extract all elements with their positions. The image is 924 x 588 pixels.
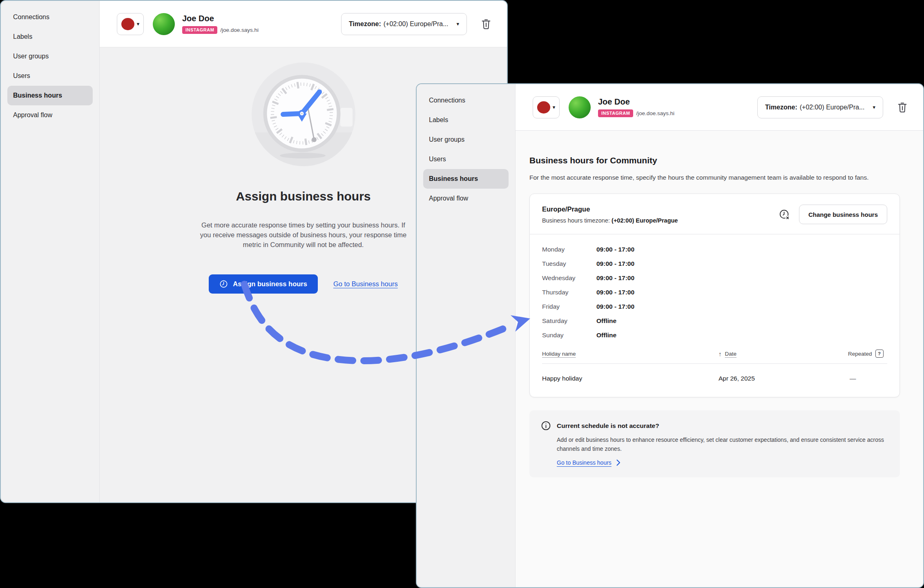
profile-topbar: ▾ Joe Doe INSTAGRAM /joe.doe.says.hi Tim… [516,84,923,131]
schedule-info-box: Current schedule is not accurate? Add or… [529,410,900,477]
window-business-hours-configured: Connections Labels User groups Users Bus… [416,83,924,588]
timezone-label: Timezone: [349,20,381,28]
day-hours: 09:00 - 17:00 [596,260,634,267]
day-label: Thursday [542,289,596,296]
desktop-background: Connections Labels User groups Users Bus… [0,0,924,588]
delete-connection-button[interactable] [480,18,492,30]
profile-identity: Joe Doe INSTAGRAM /joe.doe.says.hi [598,97,674,117]
profile-topbar: ▾ Joe Doe INSTAGRAM /joe.doe.says.hi Tim… [100,1,507,47]
day-label: Wednesday [542,274,596,282]
day-row: Monday 09:00 - 17:00 [542,246,887,253]
day-row: Thursday 09:00 - 17:00 [542,289,887,296]
timezone-select[interactable]: Timezone: (+02:00) Europe/Pra... ▾ [341,13,467,35]
timezone-label: Timezone: [765,104,797,111]
chevron-down-icon: ▾ [137,21,140,27]
day-row: Wednesday 09:00 - 17:00 [542,274,887,282]
page-description: For the most accurate response time, spe… [529,173,893,182]
day-hours: 09:00 - 17:00 [596,303,634,310]
channel-status-dot [537,101,550,114]
delete-connection-button[interactable] [896,101,908,114]
network-badge: INSTAGRAM [598,109,633,117]
channel-selector-button[interactable]: ▾ [533,96,560,118]
help-icon[interactable]: ? [875,350,884,358]
holiday-table-header: Holiday name ↑ Date Repeated ? [542,350,887,358]
card-timezone-block: Europe/Prague Business hours timezone: (… [542,205,678,224]
day-label: Monday [542,246,596,253]
avatar [153,13,175,35]
chevron-down-icon: ▾ [553,105,556,110]
trash-icon [480,18,492,30]
channel-selector-button[interactable]: ▾ [117,13,144,35]
sort-ascending-icon[interactable]: ↑ [719,350,722,357]
sidebar-item-business-hours[interactable]: Business hours [7,86,93,105]
sidebar-item-user-groups[interactable]: User groups [423,130,509,149]
sidebar-item-labels[interactable]: Labels [7,27,93,47]
empty-state-actions: Assign business hours Go to Business hou… [209,274,397,294]
assign-button-label: Assign business hours [233,280,307,288]
assign-business-hours-button[interactable]: Assign business hours [209,274,318,294]
empty-state-title: Assign business hours [236,189,370,203]
change-business-hours-button[interactable]: Change business hours [799,205,887,224]
sidebar-item-connections[interactable]: Connections [423,91,509,110]
settings-sidebar: Connections Labels User groups Users Bus… [417,84,516,587]
info-icon [541,421,551,431]
day-hours: Offline [596,332,616,339]
empty-state-description: Get more accurate response times by sett… [197,220,410,250]
holiday-name-column-header[interactable]: Holiday name [542,351,719,357]
timezone-select[interactable]: Timezone: (+02:00) Europe/Pra... ▾ [757,96,883,118]
holiday-date: Apr 26, 2025 [719,375,848,382]
holiday-row: Happy holiday Apr 26, 2025 — [542,364,887,385]
chevron-down-icon: ▾ [873,105,875,110]
day-hours: Offline [596,317,616,325]
clock-icon [219,280,228,288]
clock-disabled-icon [779,209,790,220]
info-box-body: Add or edit business hours to enhance re… [557,436,888,453]
go-to-business-hours-link[interactable]: Go to Business hours [557,459,612,466]
day-label: Saturday [542,317,596,325]
sidebar-item-connections[interactable]: Connections [7,7,93,27]
sidebar-item-approval-flow[interactable]: Approval flow [7,105,93,125]
holiday-name: Happy holiday [542,375,719,382]
day-row: Friday 09:00 - 17:00 [542,303,887,310]
profile-handle: /joe.doe.says.hi [220,27,259,33]
clock-illustration [251,62,356,167]
day-label: Friday [542,303,596,310]
sidebar-item-users[interactable]: Users [7,66,93,86]
day-hours: 09:00 - 17:00 [596,246,634,253]
business-hours-card: Europe/Prague Business hours timezone: (… [529,194,900,397]
repeated-column-header: Repeated [848,351,872,357]
day-hours: 09:00 - 17:00 [596,289,634,296]
profile-identity: Joe Doe INSTAGRAM /joe.doe.says.hi [182,14,259,34]
profile-name: Joe Doe [598,97,674,107]
trash-icon [896,101,908,114]
network-badge: INSTAGRAM [182,26,217,34]
avatar [569,96,591,118]
date-column-header[interactable]: Date [725,351,737,357]
settings-sidebar: Connections Labels User groups Users Bus… [1,1,100,502]
business-hours-page: Business hours for Community For the mos… [516,131,923,587]
sidebar-item-labels[interactable]: Labels [423,110,509,130]
profile-handle: /joe.doe.says.hi [636,110,674,116]
holiday-repeated-value: — [848,375,887,382]
timezone-value: (+02:00) Europe/Pra... [384,20,449,28]
page-title: Business hours for Community [529,156,900,165]
card-timezone-title: Europe/Prague [542,205,678,213]
sidebar-item-users[interactable]: Users [423,149,509,169]
chevron-right-icon [616,459,620,466]
day-row: Sunday Offline [542,332,887,339]
timezone-value: (+02:00) Europe/Pra... [800,104,865,111]
card-timezone-subtitle: Business hours timezone: (+02:00) Europe… [542,217,678,224]
chevron-down-icon: ▾ [456,21,459,27]
info-box-title: Current schedule is not accurate? [557,422,659,430]
profile-name: Joe Doe [182,14,259,23]
day-label: Tuesday [542,260,596,267]
sidebar-item-business-hours[interactable]: Business hours [423,169,509,189]
sidebar-item-approval-flow[interactable]: Approval flow [423,189,509,208]
day-label: Sunday [542,332,596,339]
day-hours: 09:00 - 17:00 [596,274,634,282]
sidebar-item-user-groups[interactable]: User groups [7,47,93,66]
go-to-business-hours-link[interactable]: Go to Business hours [333,280,398,288]
channel-status-dot [121,18,134,30]
day-row: Saturday Offline [542,317,887,325]
day-row: Tuesday 09:00 - 17:00 [542,260,887,267]
